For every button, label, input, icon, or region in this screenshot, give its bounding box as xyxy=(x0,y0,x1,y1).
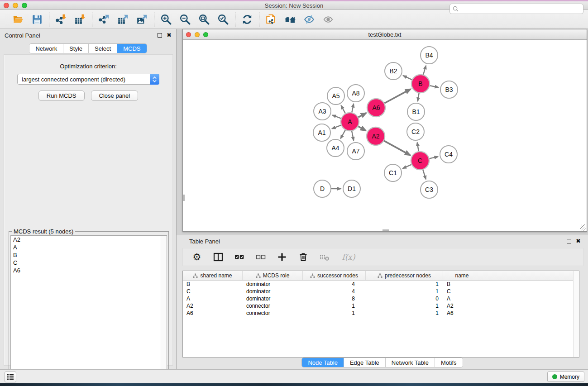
vertical-scrollbar[interactable] xyxy=(183,195,185,201)
node-A3[interactable]: A3 xyxy=(314,103,331,120)
edge-A-A2[interactable] xyxy=(358,126,366,130)
table-row[interactable]: Bdominator41B xyxy=(183,281,579,288)
tab-network[interactable]: Network xyxy=(29,44,63,53)
result-list-scrollbar[interactable] xyxy=(161,236,167,385)
add-column-icon[interactable] xyxy=(276,251,288,263)
node-A2[interactable]: A2 xyxy=(367,127,385,145)
node-B1[interactable]: B1 xyxy=(407,103,425,120)
task-history-button[interactable] xyxy=(5,372,16,382)
edge-A-A5[interactable] xyxy=(341,105,345,113)
close-table-panel-icon[interactable]: ✖ xyxy=(576,239,581,243)
tab-network-table[interactable]: Network Table xyxy=(385,358,435,367)
edge-C-C3[interactable] xyxy=(423,170,426,179)
tab-mcds[interactable]: MCDS xyxy=(117,44,146,53)
mcds-result-item[interactable]: A2 xyxy=(11,236,167,243)
mcds-result-item[interactable]: C xyxy=(11,259,167,267)
edge-C-C1[interactable] xyxy=(403,165,411,169)
zoom-in-icon[interactable] xyxy=(160,13,172,26)
zoom-fit-icon[interactable] xyxy=(198,13,210,26)
zoom-selected-icon[interactable] xyxy=(217,13,229,26)
save-session-icon[interactable] xyxy=(31,13,43,26)
float-panel-icon[interactable] xyxy=(158,33,162,38)
node-A1[interactable]: A1 xyxy=(313,124,330,141)
node-A[interactable]: A xyxy=(341,113,359,131)
network-canvas[interactable]: B4B2BB3A8A5A6A3B1AC2A1A2A4A7C4CC1C3DD1 xyxy=(183,40,587,231)
node-D[interactable]: D xyxy=(314,180,331,197)
edge-B-B3[interactable] xyxy=(430,86,439,87)
gear-icon[interactable]: ⚙ xyxy=(191,251,203,263)
node-B3[interactable]: B3 xyxy=(440,81,458,98)
node-A6[interactable]: A6 xyxy=(367,99,385,117)
home-icon[interactable] xyxy=(284,13,296,26)
mcds-result-list[interactable]: A2ABCA6 xyxy=(10,235,167,386)
table-row[interactable]: Adominator80A xyxy=(183,295,579,302)
table-row[interactable]: A6connector11A6 xyxy=(183,310,579,317)
network-window-titlebar[interactable]: testGlobe.txt xyxy=(183,29,587,40)
tab-select[interactable]: Select xyxy=(88,44,117,53)
resize-grip-icon[interactable] xyxy=(580,224,586,231)
column-header-MCDS-role[interactable]: MCDS role xyxy=(243,271,303,280)
import-table-icon[interactable] xyxy=(74,13,86,26)
edge-A-A3[interactable] xyxy=(332,115,341,118)
node-A7[interactable]: A7 xyxy=(347,143,364,160)
node-A4[interactable]: A4 xyxy=(327,139,344,157)
tab-style[interactable]: Style xyxy=(63,44,88,53)
edge-A2-C[interactable] xyxy=(384,141,410,155)
close-panel-icon[interactable]: ✖ xyxy=(167,33,172,38)
edge-C-C4[interactable] xyxy=(429,157,438,158)
hide-eye-icon[interactable] xyxy=(303,13,316,26)
mcds-result-item[interactable]: A6 xyxy=(11,267,167,274)
close-panel-button[interactable]: Close panel xyxy=(91,91,139,101)
edge-B-B1[interactable] xyxy=(418,93,419,101)
horizontal-scrollbar[interactable] xyxy=(382,229,389,231)
network-graph[interactable]: B4B2BB3A8A5A6A3B1AC2A1A2A4A7C4CC1C3DD1 xyxy=(183,40,587,231)
unselect-all-icon[interactable] xyxy=(255,251,267,263)
node-C3[interactable]: C3 xyxy=(421,181,438,198)
node-C[interactable]: C xyxy=(411,152,429,170)
edge-B-B2[interactable] xyxy=(403,76,412,80)
search-input[interactable] xyxy=(449,4,583,14)
node-A5[interactable]: A5 xyxy=(327,87,344,105)
table-row[interactable]: A2connector11A2 xyxy=(183,302,579,310)
node-B2[interactable]: B2 xyxy=(385,62,402,80)
zoom-out-icon[interactable] xyxy=(179,13,191,26)
import-network-icon[interactable] xyxy=(55,13,67,26)
node-table[interactable]: shared nameMCDS rolesuccessor nodesprede… xyxy=(182,271,579,357)
column-header-name[interactable]: name xyxy=(443,271,481,280)
run-mcds-button[interactable]: Run MCDS xyxy=(38,91,85,101)
edge-A-A7[interactable] xyxy=(352,131,354,141)
table-scrollbar[interactable] xyxy=(573,271,579,357)
column-header-shared-name[interactable]: shared name xyxy=(183,271,243,280)
tab-node-table[interactable]: Node Table xyxy=(302,358,344,367)
edge-B-B4[interactable] xyxy=(423,66,426,75)
delete-column-icon[interactable] xyxy=(297,251,309,263)
copy-network-icon[interactable] xyxy=(265,13,277,26)
edge-A-A6[interactable] xyxy=(359,113,366,117)
edge-A-A1[interactable] xyxy=(332,125,341,129)
memory-button[interactable]: Memory xyxy=(547,372,584,382)
select-all-icon[interactable] xyxy=(234,251,245,263)
node-B4[interactable]: B4 xyxy=(421,47,438,64)
export-image-icon[interactable] xyxy=(136,13,148,26)
edge-C-C2[interactable] xyxy=(417,143,419,152)
refresh-icon[interactable] xyxy=(241,13,253,26)
export-table-icon[interactable] xyxy=(117,13,129,26)
node-D1[interactable]: D1 xyxy=(343,180,360,197)
column-header-successor-nodes[interactable]: successor nodes xyxy=(303,271,366,280)
node-B[interactable]: B xyxy=(411,75,430,93)
tab-edge-table[interactable]: Edge Table xyxy=(344,358,385,367)
node-C2[interactable]: C2 xyxy=(407,123,424,140)
float-table-panel-icon[interactable] xyxy=(567,239,571,243)
edge-A-A4[interactable] xyxy=(341,130,345,138)
table-row[interactable]: Cdominator41C xyxy=(183,288,579,295)
edge-A-A8[interactable] xyxy=(352,104,354,113)
node-A8[interactable]: A8 xyxy=(347,85,364,102)
open-session-icon[interactable] xyxy=(12,13,24,26)
export-network-icon[interactable] xyxy=(98,13,110,26)
column-header-predecessor-nodes[interactable]: predecessor nodes xyxy=(366,271,443,280)
mcds-result-item[interactable]: B xyxy=(11,251,167,259)
node-C4[interactable]: C4 xyxy=(440,146,457,163)
tab-motifs[interactable]: Motifs xyxy=(435,358,463,367)
mcds-result-item[interactable]: A xyxy=(11,243,167,251)
edge-A6-B[interactable] xyxy=(384,89,411,103)
